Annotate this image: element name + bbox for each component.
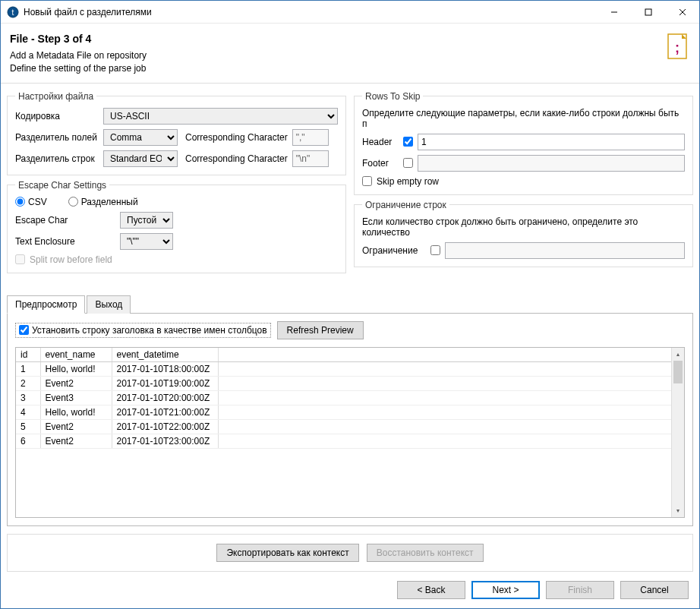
export-context-button[interactable]: Экспортировать как контекст [216,544,358,562]
encoding-label: Кодировка [15,111,99,121]
svg-text:t: t [12,8,14,17]
field-sep-select[interactable]: Comma [103,129,178,146]
back-button[interactable]: < Back [397,581,465,599]
row-sep-label: Разделитель строк [15,153,99,164]
svg-rect-3 [645,9,651,15]
limit-label: Ограничение [362,245,426,256]
footer-check[interactable] [403,158,413,168]
encoding-select[interactable]: US-ASCII [103,108,338,125]
split-row-check [15,254,25,264]
tab-preview[interactable]: Предпросмотр [7,295,85,314]
corresp-char-label-2: Corresponding Character [185,153,288,164]
header-check[interactable] [403,137,413,147]
limit-value [445,242,685,259]
escape-char-label: Escape Char [15,215,115,226]
context-bar: Экспортировать как контекст Восстановить… [7,534,693,572]
table-row[interactable]: 4Hello, world!2017-01-10T21:00:00Z [16,405,684,420]
wizard-button-bar: < Back Next > Finish Cancel [1,572,699,608]
footer-value [418,155,685,172]
preview-grid[interactable]: idevent_nameevent_datetime 1Hello, world… [15,347,685,518]
finish-button: Finish [546,581,614,599]
table-row[interactable]: 3Event32017-01-10T20:00:00Z [16,391,684,405]
restore-context-button: Восстановить контекст [367,544,484,562]
text-enclosure-label: Text Enclosure [15,236,115,247]
row-sep-char [292,150,329,167]
field-sep-label: Разделитель полей [15,132,99,143]
refresh-preview-button[interactable]: Refresh Preview [277,321,364,339]
close-button[interactable] [665,1,699,23]
column-header[interactable]: event_datetime [112,348,218,362]
footer-label: Footer [362,158,399,169]
wizard-step-title: File - Step 3 of 4 [10,33,660,45]
file-semicolon-icon: ; [666,33,690,62]
tab-strip: Предпросмотр Выход [7,295,693,313]
tab-output[interactable]: Выход [87,295,131,314]
scroll-down-icon[interactable]: ▾ [672,504,684,517]
scroll-thumb[interactable] [673,361,683,383]
header-value[interactable] [418,134,685,150]
cancel-button[interactable]: Cancel [620,581,689,599]
minimize-button[interactable] [597,1,631,23]
file-settings-legend: Настройки файла [15,91,96,102]
csv-radio[interactable]: CSV [15,197,47,207]
row-limit-group: Ограничение строк Если количество строк … [354,200,693,267]
limit-check[interactable] [430,245,440,255]
rows-to-skip-desc: Определите следующие параметры, если как… [362,108,685,129]
table-row[interactable]: 6Event22017-01-10T23:00:00Z [16,434,684,449]
table-row[interactable]: 2Event22017-01-10T19:00:00Z [16,377,684,391]
split-row-label: Split row before field [30,254,112,265]
window-controls [597,1,699,23]
file-settings-group: Настройки файла Кодировка US-ASCII Разде… [7,91,346,175]
field-sep-char [292,129,329,146]
scroll-up-icon[interactable]: ▴ [672,348,684,361]
column-header[interactable]: id [16,348,40,362]
header-as-column-names-check[interactable]: Установить строку заголовка в качестве и… [15,323,271,338]
rows-to-skip-legend: Rows To Skip [362,91,423,102]
window-title: Новый файл с разделителями [24,7,597,17]
titlebar: t Новый файл с разделителями [1,1,699,24]
maximize-button[interactable] [631,1,665,23]
escape-settings-group: Escape Char Settings CSV Разделенный Esc… [7,180,346,273]
row-limit-desc: Если количество строк должно быть ограни… [362,216,685,238]
skip-empty-check[interactable] [362,176,372,186]
wizard-header: File - Step 3 of 4 Add a Metadata File o… [1,24,699,84]
next-button[interactable]: Next > [471,581,540,599]
corresp-char-label-1: Corresponding Character [185,132,288,143]
vertical-scrollbar[interactable]: ▴ ▾ [671,348,684,517]
text-enclosure-select[interactable]: "\"" [120,233,173,250]
header-label: Header [362,137,399,147]
delimited-radio[interactable]: Разделенный [68,197,138,207]
app-icon: t [7,6,19,18]
column-header[interactable]: event_name [40,348,112,362]
escape-settings-legend: Escape Char Settings [15,180,109,191]
svg-text:;: ; [675,40,680,55]
tab-content: Установить строку заголовка в качестве и… [7,313,693,526]
escape-char-select[interactable]: Пустой [120,212,173,229]
table-row[interactable]: 1Hello, world!2017-01-10T18:00:00Z [16,362,684,377]
row-sep-select[interactable]: Standard EOL [103,150,178,167]
rows-to-skip-group: Rows To Skip Определите следующие параме… [354,91,693,195]
table-row[interactable]: 5Event22017-01-10T22:00:00Z [16,420,684,434]
wizard-step-desc: Add a Metadata File on repository Define… [10,49,660,75]
row-limit-legend: Ограничение строк [362,200,449,210]
skip-empty-label: Skip empty row [377,176,439,187]
